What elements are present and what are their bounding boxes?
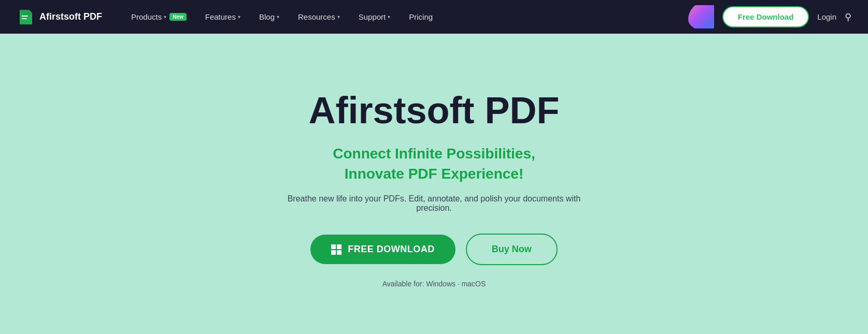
nav-item-blog[interactable]: Blog ▾ [251,8,288,25]
hero-subtitle-line1: Connect Infinite Possibilities, [333,146,535,162]
nav-item-features[interactable]: Features ▾ [197,8,249,25]
nav-products-label: Products [131,12,162,21]
promo-blob [688,5,714,28]
chevron-down-icon: ▾ [337,14,340,20]
nav-item-resources[interactable]: Resources ▾ [290,8,348,25]
chevron-down-icon: ▾ [388,14,390,20]
nav-resources-label: Resources [298,12,335,21]
nav-new-badge: New [169,13,187,21]
logo-text: Afirstsoft PDF [39,11,102,22]
nav-free-download-button[interactable]: Free Download [722,6,809,27]
logo-link[interactable]: Afirstsoft PDF [17,8,102,26]
hero-download-button[interactable]: FREE DOWNLOAD [310,235,456,264]
nav-features-label: Features [205,12,236,21]
nav-item-products[interactable]: Products ▾ New [123,8,195,25]
hero-section: Afirstsoft PDF Connect Infinite Possibil… [0,34,868,334]
nav-blog-label: Blog [259,12,275,21]
hero-description: Breathe new life into your PDFs. Edit, a… [279,194,590,213]
nav-support-label: Support [359,12,386,21]
hero-subtitle: Connect Infinite Possibilities, Innovate… [333,143,535,184]
login-link[interactable]: Login [817,12,836,21]
hero-subtitle-line2: Innovate PDF Experience! [345,166,523,182]
chevron-down-icon: ▾ [164,14,166,20]
navbar: Afirstsoft PDF Products ▾ New Features ▾… [0,0,868,34]
hero-download-label: FREE DOWNLOAD [348,244,435,255]
chevron-down-icon: ▾ [238,14,240,20]
logo-icon [17,8,35,26]
hero-buy-button[interactable]: Buy Now [466,234,558,265]
svg-rect-0 [22,16,28,17]
promo-image [688,5,714,28]
hero-available-text: Available for: Windows · macOS [382,280,486,288]
nav-links: Products ▾ New Features ▾ Blog ▾ Resourc… [123,8,688,25]
hero-available-value: Available for: Windows · macOS [382,280,486,288]
windows-icon [331,244,341,255]
search-icon[interactable]: ⚲ [845,11,851,23]
nav-item-pricing[interactable]: Pricing [401,8,441,25]
hero-title: Afirstsoft PDF [309,90,560,131]
chevron-down-icon: ▾ [277,14,279,20]
nav-item-support[interactable]: Support ▾ [350,8,399,25]
nav-pricing-label: Pricing [409,12,433,21]
hero-buttons: FREE DOWNLOAD Buy Now [310,234,558,265]
nav-right: Free Download Login ⚲ [688,5,851,28]
svg-rect-1 [22,18,27,19]
